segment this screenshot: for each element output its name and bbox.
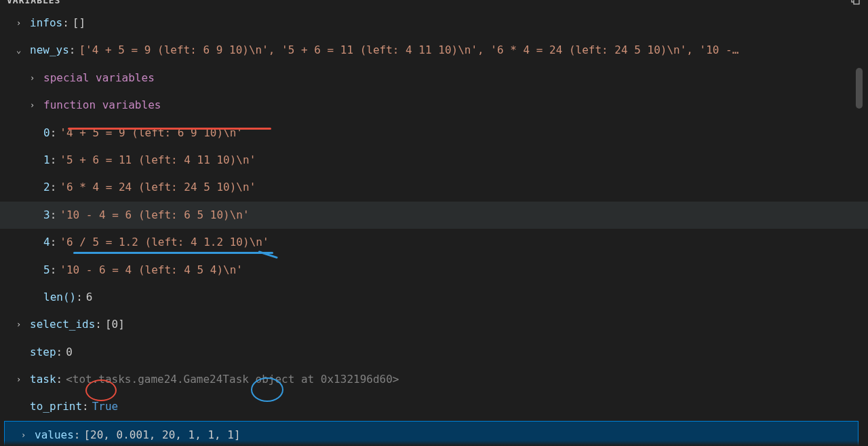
chevron-right-icon: › bbox=[16, 372, 27, 388]
chevron-right-icon: › bbox=[30, 98, 41, 113]
var-infos[interactable]: › infos: [] bbox=[0, 10, 868, 37]
scrollbar[interactable] bbox=[856, 68, 863, 109]
list-item[interactable]: 0: '4 + 5 = 9 (left: 6 9 10)\n' bbox=[0, 119, 868, 147]
list-item[interactable]: 3: '10 - 4 = 6 (left: 6 5 10)\n' bbox=[0, 202, 868, 229]
var-select-ids[interactable]: › select_ids: [0] bbox=[0, 311, 868, 338]
svg-rect-1 bbox=[854, 0, 859, 4]
var-step[interactable]: step: 0 bbox=[0, 339, 868, 366]
var-special-variables[interactable]: › special variables bbox=[0, 64, 868, 92]
panel-title: VARIABLES bbox=[7, 0, 60, 5]
var-new-ys[interactable]: ⌄ new_ys: ['4 + 5 = 9 (left: 6 9 10)\n',… bbox=[0, 37, 868, 64]
chevron-right-icon: › bbox=[16, 16, 27, 31]
list-item[interactable]: 4: '6 / 5 = 1.2 (left: 4 1.2 10)\n' bbox=[0, 229, 868, 256]
bottom-fade bbox=[0, 441, 868, 446]
collapse-all-icon[interactable] bbox=[850, 0, 861, 8]
var-to-print[interactable]: to_print: True bbox=[0, 393, 868, 420]
chevron-right-icon: › bbox=[30, 71, 41, 86]
var-task[interactable]: › task: <tot.tasks.game24.Game24Task obj… bbox=[0, 366, 868, 393]
list-item[interactable]: 2: '6 * 4 = 24 (left: 24 5 10)\n' bbox=[0, 174, 868, 201]
var-function-variables[interactable]: › function variables bbox=[0, 92, 868, 119]
variables-list: › infos: [] ⌄ new_ys: ['4 + 5 = 9 (left:… bbox=[0, 8, 868, 446]
chevron-down-icon: ⌄ bbox=[16, 43, 27, 58]
list-item[interactable]: 5: '10 - 6 = 4 (left: 4 5 4)\n' bbox=[0, 257, 868, 284]
chevron-right-icon: › bbox=[16, 317, 27, 333]
var-len[interactable]: len(): 6 bbox=[0, 284, 868, 311]
list-item[interactable]: 1: '5 + 6 = 11 (left: 4 11 10)\n' bbox=[0, 147, 868, 174]
variables-panel-header: VARIABLES bbox=[0, 0, 868, 8]
